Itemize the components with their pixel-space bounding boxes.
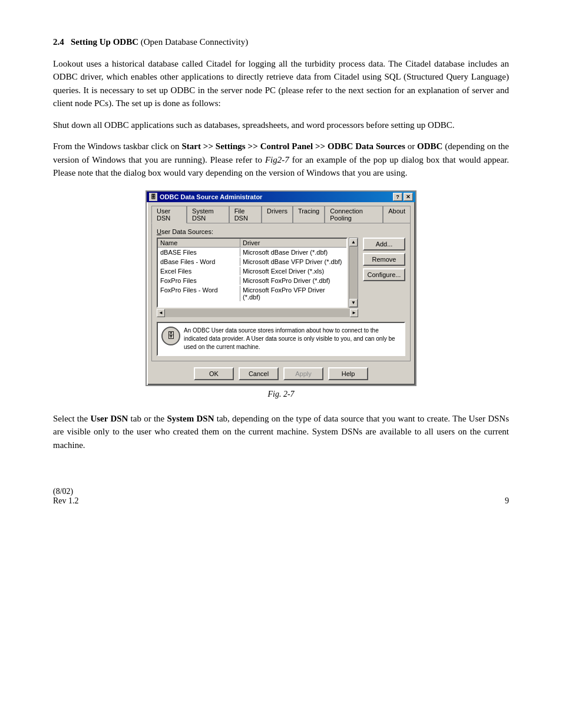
table-body: dBASE Files Microsoft dBase Driver (*.db… — [158, 248, 346, 307]
section-heading: 2.4 Setting Up ODBC (Open Database Conne… — [53, 35, 509, 49]
scroll-down-button[interactable]: ▼ — [349, 299, 358, 307]
footer: (8/02) Rev 1.2 9 — [53, 487, 509, 506]
ok-button[interactable]: OK — [194, 367, 234, 380]
section-number: 2.4 — [53, 37, 64, 47]
scroll-track-v — [349, 246, 358, 299]
tab-connection-pooling[interactable]: Connection Pooling — [325, 206, 383, 223]
paragraph-3: From the Windows taskbar click on Start … — [53, 140, 509, 180]
help-button[interactable]: Help — [328, 367, 368, 380]
dialog-title: ODBC Data Source Administrator — [160, 193, 262, 200]
figure-caption: Fig. 2-7 — [267, 390, 294, 399]
col-header-driver: Driver — [240, 239, 346, 247]
hscroll-container: ◄ ► — [157, 309, 358, 317]
vertical-scrollbar[interactable]: ▲ ▼ — [349, 238, 358, 308]
scroll-track-h — [165, 309, 350, 317]
table-row[interactable]: dBase Files - Word Microsoft dBase VFP D… — [158, 257, 346, 266]
main-area: Name Driver dBASE Files Microsoft dBase … — [157, 238, 405, 317]
table-row[interactable]: FoxPro Files Microsoft FoxPro Driver (*.… — [158, 276, 346, 285]
tab-content: User Data Sources: Name Driver — [151, 223, 411, 361]
footer-rev: Rev 1.2 — [53, 496, 79, 506]
p3-middle: or — [405, 141, 417, 151]
scroll-left-button[interactable]: ◄ — [157, 309, 165, 317]
p3-fig-ref: Fig2-7 — [265, 155, 289, 164]
p4-middle: tab or the — [128, 414, 167, 423]
paragraph-1: Lookout uses a historical database calle… — [53, 57, 509, 110]
table-header-row: Name Driver — [158, 239, 346, 248]
section-title-normal: (Open Database Connectivity) — [138, 37, 248, 47]
tab-bar: User DSN System DSN File DSN Drivers Tra… — [151, 206, 411, 223]
add-button[interactable]: Add... — [363, 238, 405, 251]
p4-system-dsn: System DSN — [167, 414, 214, 423]
scroll-right-button[interactable]: ► — [350, 309, 358, 317]
action-buttons: Add... Remove Configure... — [363, 238, 405, 317]
tab-user-dsn[interactable]: User DSN — [151, 206, 187, 223]
tab-file-dsn[interactable]: File DSN — [229, 206, 262, 223]
section-label-underline: U — [157, 228, 161, 235]
row-5-name: FoxPro Files - Word — [158, 286, 240, 301]
titlebar-left: 🗄 ODBC Data Source Administrator — [149, 193, 262, 201]
row-3-name: Excel Files — [158, 267, 240, 275]
section-label-rest: ser Data Sources: — [161, 228, 213, 235]
footer-date: (8/02) — [53, 487, 79, 496]
col-header-name: Name — [158, 239, 240, 247]
info-box: 🗄 An ODBC User data source stores inform… — [157, 322, 405, 356]
bottom-buttons: OK Cancel Apply Help — [151, 367, 411, 380]
data-sources-table: Name Driver dBASE Files Microsoft dBase … — [157, 238, 348, 308]
left-area: Name Driver dBASE Files Microsoft dBase … — [157, 238, 358, 317]
tab-about[interactable]: About — [383, 206, 411, 223]
row-5-driver: Microsoft FoxPro VFP Driver (*.dbf) — [240, 286, 346, 301]
table-row[interactable]: FoxPro Files - Word Microsoft FoxPro VFP… — [158, 285, 346, 302]
info-text: An ODBC User data source stores informat… — [184, 327, 401, 351]
row-2-name: dBase Files - Word — [158, 258, 240, 266]
close-title-button[interactable]: ✕ — [404, 193, 413, 201]
table-row[interactable]: Excel Files Microsoft Excel Driver (*.xl… — [158, 266, 346, 276]
dialog-title-icon: 🗄 — [149, 193, 157, 201]
row-1-name: dBASE Files — [158, 248, 240, 256]
p3-odbc: ODBC — [417, 141, 442, 151]
info-icon: 🗄 — [161, 327, 180, 345]
footer-page-number: 9 — [505, 496, 509, 506]
remove-button[interactable]: Remove — [363, 253, 405, 266]
tab-system-dsn[interactable]: System DSN — [187, 206, 229, 223]
apply-button[interactable]: Apply — [283, 367, 323, 380]
help-title-button[interactable]: ? — [393, 193, 402, 201]
paragraph-4: Select the User DSN tab or the System DS… — [53, 412, 509, 452]
dialog-titlebar: 🗄 ODBC Data Source Administrator ? ✕ — [147, 192, 415, 202]
section-title-bold: Setting Up ODBC — [71, 37, 138, 47]
row-4-name: FoxPro Files — [158, 276, 240, 285]
scroll-up-button[interactable]: ▲ — [349, 238, 358, 246]
cancel-button[interactable]: Cancel — [239, 367, 279, 380]
row-3-driver: Microsoft Excel Driver (*.xls) — [240, 267, 346, 275]
footer-left: (8/02) Rev 1.2 — [53, 487, 79, 506]
configure-button[interactable]: Configure... — [363, 268, 405, 281]
titlebar-buttons: ? ✕ — [393, 193, 413, 201]
row-2-driver: Microsoft dBase VFP Driver (*.dbf) — [240, 258, 346, 266]
p3-start: From the Windows taskbar click on — [53, 141, 181, 151]
tab-tracing[interactable]: Tracing — [293, 206, 325, 223]
odbc-dialog: 🗄 ODBC Data Source Administrator ? ✕ Use… — [146, 190, 416, 386]
dialog-container: 🗄 ODBC Data Source Administrator ? ✕ Use… — [53, 190, 509, 407]
user-data-sources-label: User Data Sources: — [157, 228, 405, 235]
p4-start: Select the — [53, 414, 90, 423]
table-scroll-area: Name Driver dBASE Files Microsoft dBase … — [157, 238, 358, 308]
paragraph-2: Shut down all ODBC applications such as … — [53, 118, 509, 132]
row-4-driver: Microsoft FoxPro Driver (*.dbf) — [240, 276, 346, 285]
tab-drivers[interactable]: Drivers — [262, 206, 293, 223]
row-1-driver: Microsoft dBase Driver (*.dbf) — [240, 248, 346, 256]
table-row[interactable]: dBASE Files Microsoft dBase Driver (*.db… — [158, 248, 346, 257]
dialog-body: User DSN System DSN File DSN Drivers Tra… — [147, 202, 415, 385]
p4-user-dsn: User DSN — [90, 414, 128, 423]
p3-bold: Start >> Settings >> Control Panel >> OD… — [181, 141, 405, 151]
